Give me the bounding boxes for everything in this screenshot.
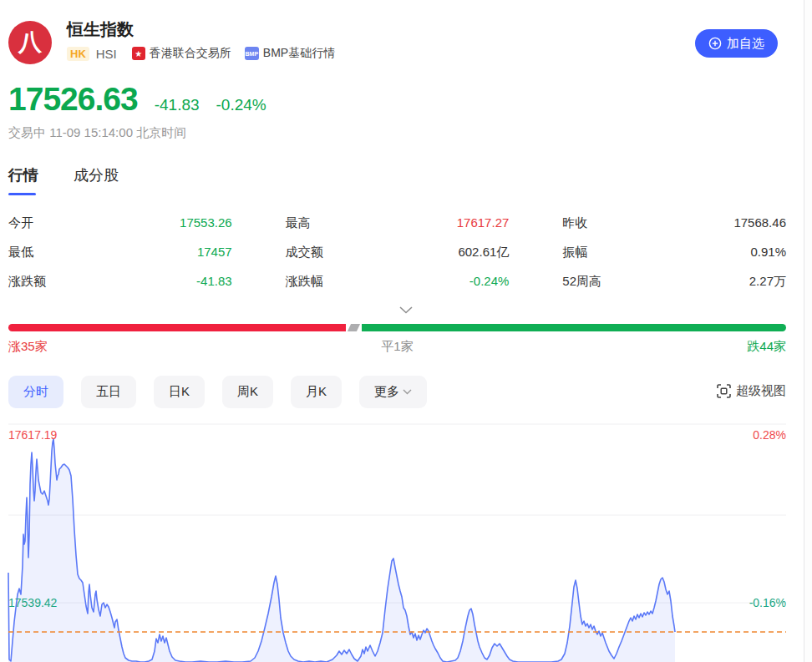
advancers-label: 涨35家 xyxy=(8,339,48,353)
period-weekly-k[interactable]: 周K xyxy=(222,376,273,408)
add-watchlist-button[interactable]: 加自选 xyxy=(695,29,778,58)
market-badge: HK xyxy=(67,47,89,61)
super-view-label: 超级视图 xyxy=(736,383,786,399)
active-tab-underline xyxy=(8,193,36,195)
quote-block: 17526.63 -41.83 -0.24% xyxy=(8,81,266,118)
quote-level-label: BMP基础行情 xyxy=(263,46,335,61)
market-breadth-bar xyxy=(8,324,786,331)
expand-stats-control[interactable] xyxy=(393,301,419,319)
price-change: -41.83 xyxy=(155,96,200,114)
tab-components-label: 成分股 xyxy=(74,167,119,184)
circle-plus-icon xyxy=(708,37,722,50)
stat-prev-close: 昨收17568.46 xyxy=(562,214,786,232)
exchange-name: 香港联合交易所 xyxy=(150,46,231,61)
page-scrollbar[interactable] xyxy=(804,0,812,662)
axis-low-pct-label: -0.16% xyxy=(749,596,786,609)
chevron-down-icon xyxy=(403,389,412,395)
decliners-segment xyxy=(362,324,786,331)
stat-change-pct: 涨跌幅-0.24% xyxy=(286,272,510,291)
logo-glyph: 八 xyxy=(18,27,42,58)
tab-components[interactable]: 成分股 xyxy=(74,165,119,195)
stat-52w-high: 52周高2.27万 xyxy=(562,272,786,291)
add-watchlist-label: 加自选 xyxy=(727,36,764,52)
super-view-button[interactable]: 超级视图 xyxy=(717,383,786,399)
chart-period-tabs: 分时 五日 日K 周K 月K 更多 xyxy=(8,376,427,408)
decliners-label: 跌44家 xyxy=(747,339,786,355)
stat-amplitude: 振幅0.91% xyxy=(562,243,786,261)
period-daily-k[interactable]: 日K xyxy=(154,376,205,408)
chevron-down-icon xyxy=(399,306,413,314)
axis-high-pct-label: 0.28% xyxy=(753,428,786,442)
advancers-segment xyxy=(8,324,346,331)
stat-turnover: 成交额602.61亿 xyxy=(286,243,510,261)
price-change-pct: -0.24% xyxy=(216,96,266,114)
tab-quotes-label: 行情 xyxy=(8,167,38,184)
header: 八 恒生指数 HK HSI ★ 香港联合交易所 BMP BMP基础行情 加自选 xyxy=(8,18,778,68)
trading-status-line: 交易中 11-09 15:14:00 北京时间 xyxy=(8,125,186,141)
minute-line-chart[interactable] xyxy=(0,422,812,662)
period-5day[interactable]: 五日 xyxy=(81,376,136,408)
intraday-chart[interactable]: 17617.19 0.28% 17539.42 -0.16% xyxy=(0,422,812,662)
stat-change: 涨跌额-41.83 xyxy=(8,272,232,291)
stat-low: 最低17457 xyxy=(8,243,232,261)
section-tabs: 行情 成分股 xyxy=(8,165,119,195)
stat-open: 今开17553.26 xyxy=(8,214,232,232)
price-area-fill xyxy=(8,439,675,662)
unchanged-segment xyxy=(348,324,360,331)
tab-quotes[interactable]: 行情 xyxy=(8,165,38,195)
unchanged-label: 平1家 xyxy=(381,339,413,355)
axis-high-price-label: 17617.19 xyxy=(8,428,57,442)
index-logo: 八 xyxy=(8,21,52,64)
super-view-icon xyxy=(717,384,731,398)
bmp-icon: BMP xyxy=(245,47,259,60)
last-price: 17526.63 xyxy=(8,81,138,118)
page-title: 恒生指数 xyxy=(67,18,335,40)
period-more-dropdown[interactable]: 更多 xyxy=(359,376,427,408)
period-monthly-k[interactable]: 月K xyxy=(291,376,342,408)
stat-high: 最高17617.27 xyxy=(286,214,510,232)
hkex-icon: ★ xyxy=(132,47,145,60)
axis-low-price-label: 17539.42 xyxy=(8,596,57,609)
breadth-labels: 涨35家 平1家 跌44家 xyxy=(8,339,786,355)
period-intraday[interactable]: 分时 xyxy=(8,376,63,408)
stats-grid: 今开17553.26 最高17617.27 昨收17568.46 最低17457… xyxy=(8,214,786,291)
symbol-code: HSI xyxy=(96,47,117,61)
